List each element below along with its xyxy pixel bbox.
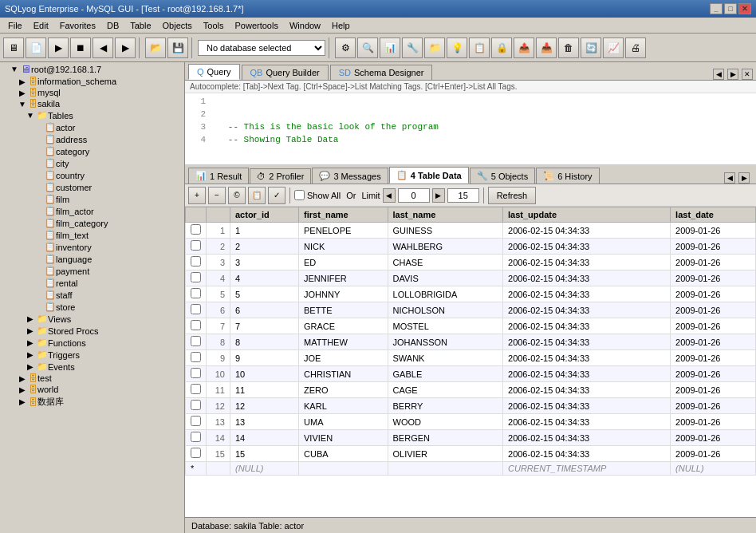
cell-first-name[interactable]: ZERO <box>299 382 388 398</box>
tt-insert-btn[interactable]: + <box>188 187 206 204</box>
cell-last-update[interactable]: 2006-02-15 04:34:33 <box>503 223 671 239</box>
cell-last-name[interactable]: BERRY <box>388 398 502 414</box>
cell-last-update[interactable]: 2006-02-15 04:34:33 <box>503 302 671 318</box>
table-row[interactable]: 3 3 ED CHASE 2006-02-15 04:34:33 2009-01… <box>186 255 756 270</box>
tb-btn-8[interactable]: 🔒 <box>491 38 512 58</box>
row-checkbox[interactable] <box>191 288 201 298</box>
menu-help[interactable]: Help <box>327 20 355 31</box>
tree-table-language[interactable]: 📋 language <box>0 253 184 265</box>
table-row[interactable]: 11 11 ZERO CAGE 2006-02-15 04:34:33 2009… <box>186 382 756 398</box>
tab-query[interactable]: Q Query <box>188 64 240 80</box>
cell-last-date[interactable]: 2009-01-26 <box>671 255 756 270</box>
row-checkbox[interactable] <box>191 320 201 330</box>
menu-table[interactable]: Table <box>125 20 156 31</box>
cell-last-update[interactable]: 2006-02-15 04:34:33 <box>503 255 671 270</box>
refresh-button[interactable]: Refresh <box>488 187 537 204</box>
tt-copy-btn[interactable]: © <box>228 187 246 204</box>
table-row[interactable]: 13 13 UMA WOOD 2006-02-15 04:34:33 2009-… <box>186 414 756 430</box>
cell-actor-id[interactable]: 8 <box>230 334 299 350</box>
tree-information-schema[interactable]: ▶ 🗄 information_schema <box>0 76 184 87</box>
tree-table-rental[interactable]: 📋 rental <box>0 277 184 289</box>
cell-actor-id[interactable]: 14 <box>230 430 299 446</box>
cell-first-name[interactable]: KARL <box>299 398 388 414</box>
cell-actor-id[interactable]: 7 <box>230 318 299 334</box>
rtab-profiler[interactable]: ⏱ 2 Profiler <box>250 168 311 184</box>
tree-table-film-text[interactable]: 📋 film_text <box>0 229 184 241</box>
rtab-history[interactable]: 📜 6 History <box>536 168 599 184</box>
cell-last-update[interactable]: 2006-02-15 04:34:33 <box>503 318 671 334</box>
tab-schema-designer[interactable]: SD Schema Designer <box>330 65 433 80</box>
tree-table-city[interactable]: 📋 city <box>0 157 184 169</box>
row-checkbox[interactable] <box>191 352 201 362</box>
cell-first-name[interactable]: NICK <box>299 239 388 255</box>
cell-actor-id[interactable]: 11 <box>230 382 299 398</box>
tree-table-film-actor[interactable]: 📋 film_actor <box>0 205 184 217</box>
cell-last-name[interactable]: JOHANSSON <box>388 334 502 350</box>
minimize-button[interactable]: _ <box>710 3 723 14</box>
tree-world[interactable]: ▶ 🗄 world <box>0 384 184 395</box>
cell-actor-id[interactable]: 10 <box>230 366 299 382</box>
tb-btn-13[interactable]: 📈 <box>603 38 624 58</box>
cell-last-date[interactable]: 2009-01-26 <box>671 430 756 446</box>
menu-file[interactable]: File <box>3 20 27 31</box>
rtab-objects[interactable]: 🔧 5 Objects <box>470 168 535 184</box>
cell-first-name[interactable]: CHRISTIAN <box>299 366 388 382</box>
cell-last-update[interactable]: 2006-02-15 04:34:33 <box>503 446 671 462</box>
table-row[interactable]: 2 2 NICK WAHLBERG 2006-02-15 04:34:33 20… <box>186 239 756 255</box>
tb-btn-14[interactable]: 🖨 <box>625 38 646 58</box>
new-query-button[interactable]: 📄 <box>26 38 46 58</box>
cell-actor-id[interactable]: 4 <box>230 270 299 286</box>
menu-objects[interactable]: Objects <box>158 20 197 31</box>
tree-table-category[interactable]: 📋 category <box>0 145 184 157</box>
cell-first-name[interactable]: UMA <box>299 414 388 430</box>
menu-window[interactable]: Window <box>285 20 325 31</box>
table-row[interactable]: 14 14 VIVIEN BERGEN 2006-02-15 04:34:33 … <box>186 430 756 446</box>
table-row[interactable]: 6 6 BETTE NICHOLSON 2006-02-15 04:34:33 … <box>186 302 756 318</box>
new-connection-button[interactable]: 🖥 <box>3 38 24 58</box>
rtab-messages[interactable]: 💬 3 Messages <box>312 168 388 184</box>
show-all-checkbox[interactable] <box>294 190 305 200</box>
cell-last-name[interactable]: WAHLBERG <box>388 239 502 255</box>
cell-last-update[interactable]: 2006-02-15 04:34:33 <box>503 382 671 398</box>
tb-btn-12[interactable]: 🔄 <box>581 38 601 58</box>
tree-table-address[interactable]: 📋 address <box>0 133 184 145</box>
cell-last-name[interactable]: SWANK <box>388 350 502 366</box>
cell-actor-id[interactable]: 3 <box>230 255 299 270</box>
tree-views-folder[interactable]: ▶ 📁 Views <box>0 313 184 325</box>
tree-root[interactable]: ▼ 🖥 root@192.168.1.7 <box>0 62 184 76</box>
cell-last-date[interactable]: 2009-01-26 <box>671 350 756 366</box>
new-cell-first-name[interactable] <box>299 462 388 476</box>
row-checkbox[interactable] <box>191 400 201 410</box>
cell-last-date[interactable]: 2009-01-26 <box>671 334 756 350</box>
table-row[interactable]: 4 4 JENNIFER DAVIS 2006-02-15 04:34:33 2… <box>186 270 756 286</box>
table-row[interactable]: 10 10 CHRISTIAN GABLE 2006-02-15 04:34:3… <box>186 366 756 382</box>
cell-last-name[interactable]: WOOD <box>388 414 502 430</box>
tree-events-folder[interactable]: ▶ 📁 Events <box>0 361 184 373</box>
cell-last-date[interactable]: 2009-01-26 <box>671 398 756 414</box>
row-checkbox[interactable] <box>191 448 201 458</box>
tree-test[interactable]: ▶ 🗄 test <box>0 373 184 384</box>
cell-actor-id[interactable]: 9 <box>230 350 299 366</box>
cell-first-name[interactable]: BETTE <box>299 302 388 318</box>
cell-first-name[interactable]: JENNIFER <box>299 270 388 286</box>
cell-last-update[interactable]: 2006-02-15 04:34:33 <box>503 239 671 255</box>
database-select[interactable]: No database selected sakila test world <box>198 40 325 56</box>
cell-first-name[interactable]: PENELOPE <box>299 223 388 239</box>
tb-btn-4[interactable]: 🔧 <box>402 38 423 58</box>
save-file-button[interactable]: 💾 <box>167 38 188 58</box>
tb-btn-2[interactable]: 🔍 <box>357 38 378 58</box>
tree-mysql[interactable]: ▶ 🗄 mysql <box>0 87 184 98</box>
menu-tools[interactable]: Tools <box>199 20 229 31</box>
back-button[interactable]: ◀ <box>93 38 113 58</box>
cell-first-name[interactable]: JOHNNY <box>299 286 388 302</box>
cell-last-date[interactable]: 2009-01-26 <box>671 366 756 382</box>
new-cell-actor-id[interactable]: (NULL) <box>230 462 299 476</box>
menu-db[interactable]: DB <box>102 20 124 31</box>
cell-last-date[interactable]: 2009-01-26 <box>671 302 756 318</box>
cell-last-update[interactable]: 2006-02-15 04:34:33 <box>503 334 671 350</box>
cell-last-date[interactable]: 2009-01-26 <box>671 239 756 255</box>
menu-edit[interactable]: Edit <box>29 20 53 31</box>
tab-nav-right[interactable]: ▶ <box>727 69 738 80</box>
row-checkbox[interactable] <box>191 416 201 426</box>
table-row[interactable]: 9 9 JOE SWANK 2006-02-15 04:34:33 2009-0… <box>186 350 756 366</box>
